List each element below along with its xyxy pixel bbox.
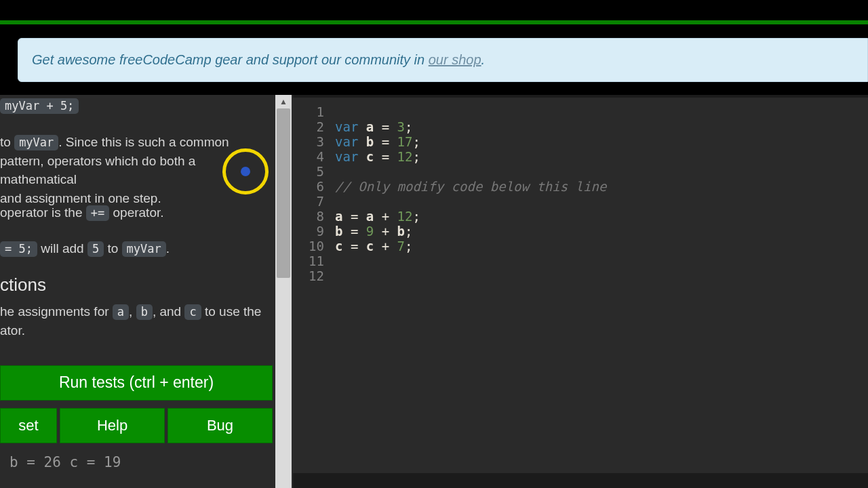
paragraph-1: to myVar. Since this is such a common pa… <box>0 133 271 207</box>
scroll-up-icon[interactable]: ▲ <box>275 95 292 108</box>
code-line[interactable] <box>335 268 868 283</box>
button-label: Bug <box>207 415 233 436</box>
code-area[interactable]: var a = 3;var b = 17;var c = 12;// Only … <box>335 104 868 283</box>
instructions-scrollbar[interactable]: ▲ <box>275 95 292 488</box>
line-number: 3 <box>293 134 332 149</box>
line-number-gutter: 123456789101112 <box>293 104 332 283</box>
instructions-content: myVar + 5; to myVar. Since this is such … <box>0 95 275 488</box>
paragraph-4: he assignments for a, b, and c to use th… <box>0 302 268 340</box>
accent-divider <box>0 20 868 24</box>
code-snippet: += <box>86 205 109 221</box>
reset-button[interactable]: set <box>0 408 57 443</box>
code-line[interactable] <box>335 164 868 179</box>
text: , <box>129 304 136 319</box>
code-snippet: b <box>136 304 153 320</box>
line-number: 4 <box>293 149 332 164</box>
test-output: b = 26 c = 19 <box>9 452 121 472</box>
code-line[interactable]: // Only modify code below this line <box>335 179 868 194</box>
code-snippet: myVar <box>14 135 58 150</box>
text: , and <box>153 304 185 319</box>
line-number: 6 <box>293 179 332 194</box>
line-number: 10 <box>293 239 332 253</box>
action-button-row: set Help Bug <box>0 408 273 443</box>
help-button[interactable]: Help <box>60 408 165 443</box>
code-line[interactable]: b = 9 + b; <box>335 224 868 239</box>
code-line[interactable]: c = c + 7; <box>335 239 868 253</box>
text: to <box>0 135 14 149</box>
line-number: 8 <box>293 209 332 224</box>
code-editor[interactable]: 123456789101112 var a = 3;var b = 17;var… <box>293 98 868 473</box>
banner-shop-link[interactable]: our shop <box>429 52 481 67</box>
line-number: 11 <box>293 253 332 268</box>
paragraph-2: operator is the += operator. <box>0 203 271 222</box>
text: . <box>166 241 170 256</box>
run-tests-button[interactable]: Run tests (ctrl + enter) <box>0 365 273 401</box>
text: he assignments for <box>0 304 113 319</box>
button-label: Run tests (ctrl + enter) <box>59 371 214 394</box>
code-line[interactable]: var b = 17; <box>335 134 868 149</box>
scrollbar-thumb[interactable] <box>277 108 290 278</box>
code-line[interactable]: a = a + 12; <box>335 209 868 224</box>
text: operator. <box>109 205 163 220</box>
line-number: 9 <box>293 224 332 239</box>
code-editor-panel[interactable]: 123456789101112 var a = 3;var b = 17;var… <box>293 95 868 488</box>
instructions-panel: myVar + 5; to myVar. Since this is such … <box>0 95 293 488</box>
line-number: 12 <box>293 268 332 283</box>
text: ator. <box>0 323 25 338</box>
line-number: 7 <box>293 194 332 209</box>
code-snippet: a <box>113 304 129 320</box>
code-line[interactable] <box>335 194 868 209</box>
code-snippet: myVar + 5; <box>0 98 79 114</box>
paragraph-3: = 5; will add 5 to myVar. <box>0 239 271 258</box>
bug-button[interactable]: Bug <box>167 408 273 443</box>
instructions-heading: ctions <box>0 272 46 298</box>
line-number: 2 <box>293 119 332 134</box>
promo-banner: Get awesome freeCodeCamp gear and suppor… <box>18 38 868 82</box>
code-fragment-top: myVar + 5; <box>0 96 79 115</box>
main-layout: myVar + 5; to myVar. Since this is such … <box>0 95 868 488</box>
button-label: Help <box>97 415 127 436</box>
code-snippet: 5 <box>87 241 104 257</box>
code-snippet: c <box>184 304 201 320</box>
window-top-black <box>0 0 868 20</box>
code-line[interactable] <box>335 253 868 268</box>
line-number: 5 <box>293 164 332 179</box>
code-line[interactable]: var c = 12; <box>335 149 868 164</box>
code-snippet: = 5; <box>0 241 37 257</box>
banner-text-prefix: Get awesome freeCodeCamp gear and suppor… <box>32 52 429 67</box>
code-line[interactable]: var a = 3; <box>335 119 868 134</box>
line-number: 1 <box>293 104 332 119</box>
button-label: set <box>18 415 38 436</box>
text: operator is the <box>0 205 86 220</box>
code-line[interactable] <box>335 104 868 119</box>
text: to <box>104 241 121 256</box>
banner-text-suffix: . <box>481 52 486 67</box>
text: will add <box>37 241 87 256</box>
code-snippet: myVar <box>122 241 166 257</box>
text: to use the <box>201 304 262 319</box>
